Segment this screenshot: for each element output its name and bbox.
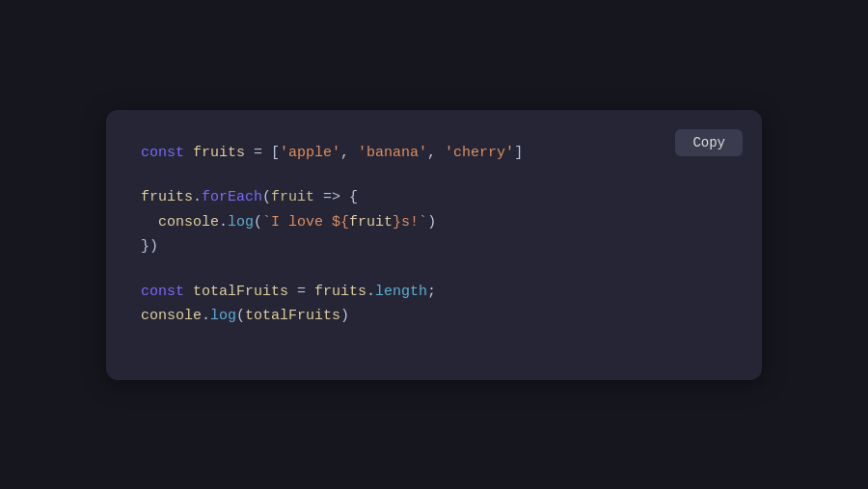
code-line-5: }) (141, 234, 727, 259)
var-fruits-2: fruits (141, 189, 193, 205)
code-line-1: const fruits = ['apple', 'banana', 'cher… (141, 141, 727, 166)
var-fruits-3: fruits (314, 284, 366, 300)
var-fruits: fruits (193, 145, 245, 161)
template-literal: `I love ${fruit}s!` (262, 214, 427, 231)
method-log-1: log (228, 214, 254, 231)
str-apple: 'apple' (280, 145, 340, 161)
punct-assign: = [ (245, 145, 280, 161)
keyword-const-2: const (141, 284, 193, 300)
copy-button[interactable]: Copy (675, 129, 743, 156)
method-log-2: log (210, 308, 236, 324)
empty-line-1 (141, 165, 727, 185)
str-cherry: 'cherry' (445, 145, 514, 161)
var-totalfruits: totalFruits (193, 284, 288, 300)
code-block: const fruits = ['apple', 'banana', 'cher… (141, 141, 727, 329)
keyword-const: const (141, 145, 193, 161)
prop-length: length (375, 284, 427, 300)
method-foreach: forEach (202, 189, 262, 205)
code-line-3: fruits.forEach(fruit => { (141, 185, 727, 210)
code-line-7: const totalFruits = fruits.length; (141, 280, 727, 305)
empty-line-2 (141, 259, 727, 280)
param-fruit: fruit (271, 189, 314, 205)
var-console-2: console (141, 308, 202, 324)
var-totalfruits-2: totalFruits (245, 308, 340, 324)
code-container: Copy const fruits = ['apple', 'banana', … (106, 110, 762, 380)
code-line-4: console.log(`I love ${fruit}s!`) (141, 210, 727, 235)
var-console: console (158, 214, 219, 231)
code-line-8: console.log(totalFruits) (141, 304, 727, 329)
str-banana: 'banana' (358, 145, 427, 161)
